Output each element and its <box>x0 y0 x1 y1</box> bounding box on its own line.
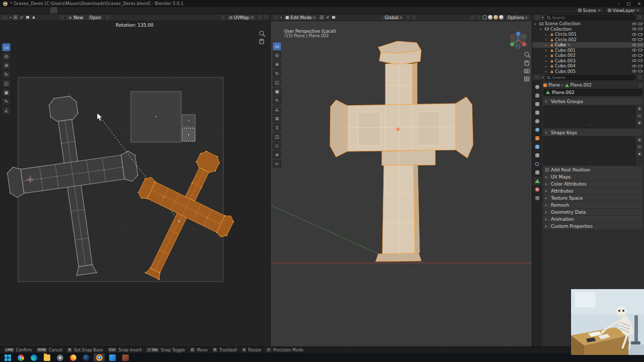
menu-item[interactable] <box>5 7 10 14</box>
expand-arrow-icon[interactable] <box>545 69 549 73</box>
panel-header[interactable]: Geometry Data <box>543 209 642 215</box>
hide-viewport-toggle[interactable] <box>632 38 636 41</box>
menu-item[interactable] <box>0 7 5 14</box>
disable-render-toggle[interactable] <box>638 38 642 41</box>
hide-viewport-toggle[interactable] <box>632 49 636 51</box>
tool-button[interactable]: ✎ <box>273 97 281 105</box>
outliner-search-input[interactable] <box>545 15 636 20</box>
properties-tab[interactable] <box>533 83 541 91</box>
tool-button[interactable]: ∠ <box>2 107 11 115</box>
workspace-tab[interactable] <box>36 7 43 14</box>
remove-viewlayer-icon[interactable]: × <box>636 8 639 13</box>
proportional-editing-icon[interactable] <box>412 15 416 20</box>
taskbar-app-icon[interactable] <box>2 353 13 361</box>
hide-viewport-toggle[interactable] <box>632 54 636 57</box>
hide-viewport-toggle[interactable] <box>632 33 636 36</box>
pin-icon[interactable] <box>105 15 110 20</box>
properties-tab[interactable] <box>533 160 541 168</box>
wireframe-shading-icon[interactable] <box>482 15 487 20</box>
tool-button[interactable]: ↥ <box>273 124 281 132</box>
tool-button[interactable]: ↻ <box>273 69 281 77</box>
tool-button[interactable]: ⊞ <box>273 115 281 123</box>
outliner-row[interactable]: Circle.001 ✎ <box>532 32 644 37</box>
workspace-tab[interactable] <box>93 7 100 14</box>
skeleton-video-overlay[interactable] <box>571 289 644 355</box>
menu-item[interactable] <box>10 7 15 14</box>
datablock-name-field[interactable]: Plane.002 <box>543 89 642 96</box>
open-image-button[interactable]: Open <box>87 15 104 21</box>
maximize-button[interactable]: □ <box>627 2 631 6</box>
workspace-tab[interactable] <box>100 7 107 14</box>
vertex-select-icon[interactable] <box>319 15 325 20</box>
outliner-row[interactable]: Cube.002 ✎ <box>532 53 644 58</box>
remove-button[interactable]: − <box>636 144 642 150</box>
taskbar-app-icon[interactable] <box>80 353 92 361</box>
expand-arrow-icon[interactable] <box>545 38 549 41</box>
resize-grip[interactable]: ∷∷ <box>587 161 592 164</box>
pin-id-icon[interactable] <box>638 82 642 88</box>
expand-arrow-icon[interactable] <box>545 64 549 68</box>
uv-island-select-icon[interactable] <box>31 15 36 20</box>
workspace-tab[interactable] <box>50 7 57 14</box>
taskbar-app-icon[interactable] <box>15 353 26 361</box>
viewport-canvas[interactable] <box>271 21 532 346</box>
tool-button[interactable]: ◎ <box>2 52 11 60</box>
properties-tab[interactable] <box>533 134 541 142</box>
panel-header[interactable]: Shape Keys <box>543 129 642 136</box>
properties-tab[interactable] <box>533 151 541 159</box>
expand-arrow-icon[interactable] <box>540 27 543 31</box>
outliner-row[interactable]: Cube.005 ✎ <box>532 69 644 74</box>
disable-render-toggle[interactable] <box>638 33 642 36</box>
tool-button[interactable]: ◫ <box>273 133 281 141</box>
sticky-select-button[interactable] <box>60 15 64 20</box>
disable-render-toggle[interactable] <box>638 49 642 51</box>
panel-header[interactable]: Color Attributes <box>543 180 642 187</box>
breadcrumb-object[interactable]: Plane <box>548 82 560 87</box>
options-menu[interactable]: Options▾ <box>505 15 530 21</box>
rendered-shading-icon[interactable] <box>499 15 504 20</box>
taskbar-app-icon[interactable] <box>28 353 39 361</box>
panel-header[interactable]: Vertex Groups <box>543 98 642 105</box>
properties-search-input[interactable] <box>545 75 636 80</box>
disable-render-toggle[interactable] <box>638 59 642 62</box>
tool-button[interactable]: ≡ <box>273 151 281 159</box>
panel-header[interactable]: Add Rest Position <box>543 166 642 173</box>
workspace-tab[interactable] <box>78 7 86 14</box>
hide-viewport-toggle[interactable] <box>632 65 636 67</box>
properties-tab[interactable] <box>533 109 541 117</box>
uv-display-icon[interactable] <box>258 15 262 20</box>
material-shading-icon[interactable] <box>494 15 498 20</box>
solid-shading-icon[interactable] <box>488 15 493 20</box>
outliner-row[interactable]: Cube ✎ <box>532 42 644 48</box>
expand-arrow-icon[interactable] <box>534 22 538 26</box>
hide-viewport-toggle[interactable] <box>632 59 636 62</box>
tool-button[interactable]: ✎ <box>2 98 11 106</box>
properties-tab[interactable] <box>533 100 541 108</box>
add-button[interactable]: + <box>636 106 642 112</box>
specials-menu-button[interactable]: ▾ <box>636 151 642 157</box>
outliner-row[interactable]: Collection ✎ <box>532 27 644 32</box>
outliner-row[interactable]: Cube.004 ✎ <box>532 63 644 69</box>
scene-selector[interactable]: Scene × <box>576 8 603 13</box>
tool-button[interactable]: ▣ <box>273 87 281 96</box>
outliner-row[interactable]: Cube.001 ✎ <box>532 48 644 53</box>
panel-header[interactable]: Remesh <box>543 202 642 208</box>
outliner-search[interactable] <box>545 15 636 20</box>
filter-icon[interactable] <box>637 15 642 20</box>
panel-list-box[interactable]: ∷∷ <box>543 137 635 165</box>
close-button[interactable]: × <box>637 2 641 6</box>
uv-vertex-select-icon[interactable] <box>13 15 18 20</box>
tool-button[interactable]: ∠ <box>273 106 281 114</box>
expand-arrow-icon[interactable] <box>545 43 549 47</box>
disable-render-toggle[interactable] <box>638 44 642 46</box>
panel-header[interactable]: Animation <box>543 216 642 222</box>
workspace-tab[interactable] <box>29 7 36 14</box>
resize-grip[interactable]: ∷∷ <box>587 124 592 127</box>
workspace-tab[interactable] <box>57 7 64 14</box>
xray-toggle-icon[interactable] <box>470 15 475 20</box>
transform-orientation-selector[interactable]: Global▾ <box>382 15 404 21</box>
menu-item[interactable] <box>15 7 20 14</box>
add-button[interactable]: + <box>636 137 642 143</box>
tool-button[interactable]: ◱ <box>2 79 11 87</box>
uv-face-select-icon[interactable] <box>25 15 30 20</box>
